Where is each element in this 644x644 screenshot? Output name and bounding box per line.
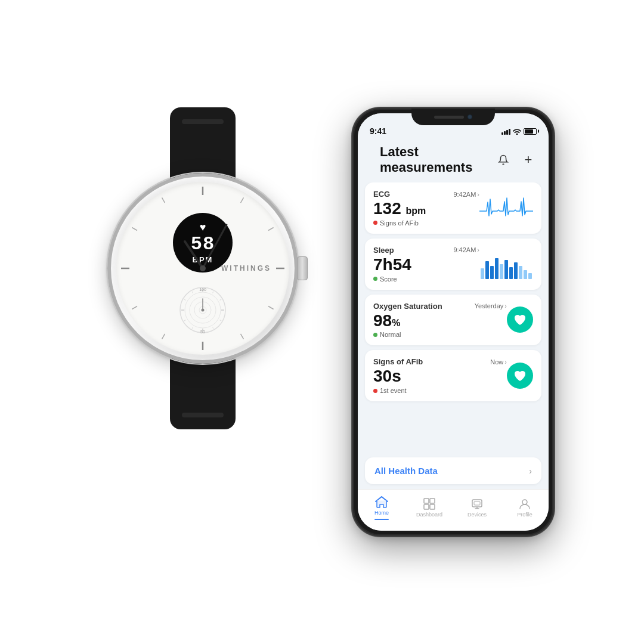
sleep-card[interactable]: Sleep 9:42AM › 7h54 Score (365, 239, 541, 290)
sleep-value: 7h54 (373, 256, 479, 274)
afib-heart-icon (513, 369, 527, 382)
svg-rect-41 (504, 260, 508, 279)
ecg-time: 9:42AM › (453, 191, 479, 198)
sleep-label: Sleep (373, 246, 394, 255)
header-icons: + (495, 151, 537, 168)
sleep-status-text: Score (380, 275, 397, 283)
app-title: Latest measurements (380, 144, 495, 175)
afib-status-text: 1st event (380, 387, 407, 394)
svg-line-30 (184, 299, 186, 301)
oxygen-icon (507, 306, 533, 333)
nav-profile-label: Profile (517, 512, 532, 518)
svg-point-14 (200, 265, 206, 271)
oxygen-status-text: Normal (380, 331, 401, 338)
svg-line-24 (220, 320, 222, 321)
afib-icon (507, 363, 533, 389)
svg-line-8 (132, 306, 137, 309)
wifi-icon (513, 128, 521, 135)
svg-line-21 (213, 292, 214, 293)
svg-rect-47 (424, 499, 429, 503)
svg-line-27 (192, 327, 193, 329)
svg-rect-44 (519, 266, 522, 279)
svg-line-25 (213, 327, 214, 329)
svg-rect-36 (481, 268, 484, 279)
svg-line-10 (132, 228, 137, 231)
nav-home-label: Home (374, 510, 389, 516)
svg-rect-52 (474, 501, 480, 505)
svg-text:100: 100 (199, 287, 206, 292)
svg-rect-49 (424, 504, 429, 509)
oxygen-card[interactable]: Oxygen Saturation Yesterday › 98% Normal (365, 295, 541, 346)
sleep-time: 9:42AM › (453, 246, 479, 253)
nav-active-indicator (374, 519, 389, 520)
svg-line-2 (268, 228, 274, 231)
svg-line-5 (241, 334, 244, 339)
profile-icon (519, 498, 531, 510)
svg-rect-42 (509, 267, 513, 279)
bottom-nav: Home Dashboard (358, 489, 549, 531)
nav-dashboard[interactable]: Dashboard (405, 498, 453, 518)
svg-line-12 (185, 242, 203, 268)
afib-status-dot (373, 389, 377, 393)
ecg-chart (479, 193, 533, 223)
svg-rect-43 (514, 262, 518, 279)
ecg-status-dot (373, 221, 377, 225)
afib-label: Signs of AFib (373, 357, 423, 366)
svg-line-22 (220, 299, 222, 301)
svg-rect-51 (472, 500, 482, 507)
svg-rect-48 (430, 499, 435, 503)
svg-rect-40 (500, 264, 503, 279)
all-health-text: All Health Data (374, 466, 438, 476)
nav-dashboard-label: Dashboard (416, 512, 442, 518)
speaker (434, 116, 464, 119)
ecg-card[interactable]: ECG 9:42AM › 132 bpm Signs of AFib (365, 182, 541, 234)
bell-icon (498, 154, 509, 165)
nav-profile[interactable]: Profile (501, 498, 549, 518)
all-health-row[interactable]: All Health Data › (365, 457, 541, 484)
svg-rect-46 (528, 273, 532, 279)
oxygen-time: Yesterday › (475, 302, 507, 309)
watch-band-bottom (170, 358, 236, 429)
ecg-value: 132 bpm (373, 200, 479, 218)
all-health-chevron: › (529, 466, 532, 476)
watch-crown (297, 256, 308, 280)
svg-line-7 (162, 334, 165, 339)
svg-line-11 (162, 197, 165, 203)
svg-rect-39 (495, 258, 499, 279)
svg-line-13 (203, 225, 227, 268)
oxygen-chevron: › (504, 302, 507, 309)
phone-notch (411, 109, 495, 125)
afib-card[interactable]: Signs of AFib Now › 30s 1st event (365, 350, 541, 401)
heart-icon (513, 313, 527, 326)
afib-value: 30s (373, 367, 507, 386)
nav-devices-label: Devices (467, 512, 487, 518)
nav-home[interactable]: Home (358, 496, 405, 520)
cards-area: ECG 9:42AM › 132 bpm Signs of AFib (358, 182, 549, 457)
bell-button[interactable] (495, 151, 512, 168)
svg-line-4 (268, 306, 274, 309)
watch: ♥ 58 BPM WITHINGS (89, 107, 316, 537)
phone: 9:41 (352, 107, 555, 537)
watch-case: ♥ 58 BPM WITHINGS (107, 173, 298, 364)
watch-band-top (170, 107, 236, 179)
svg-line-28 (184, 320, 186, 321)
watch-ticks: 100 50 (116, 182, 289, 355)
home-icon (375, 496, 388, 508)
nav-devices[interactable]: Devices (453, 498, 501, 518)
camera (467, 114, 472, 119)
sleep-chart (479, 249, 533, 279)
oxygen-status-dot (373, 333, 377, 337)
afib-time: Now › (490, 358, 507, 366)
svg-rect-50 (430, 504, 435, 509)
svg-rect-45 (524, 270, 527, 279)
dashboard-icon (423, 498, 435, 510)
add-button[interactable]: + (520, 151, 537, 168)
watch-face: ♥ 58 BPM WITHINGS (116, 182, 289, 355)
svg-line-1 (241, 197, 244, 203)
status-icons (501, 128, 537, 135)
ecg-status-text: Signs of AFib (380, 219, 419, 227)
signal-icon (501, 128, 510, 135)
scene: ♥ 58 BPM WITHINGS (0, 0, 644, 644)
status-time: 9:41 (370, 126, 386, 136)
devices-icon (471, 498, 483, 510)
